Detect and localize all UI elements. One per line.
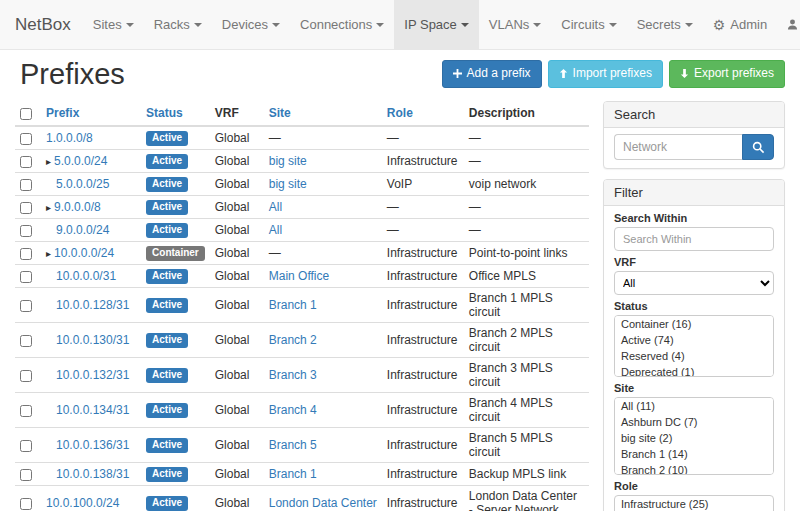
row-checkbox[interactable]	[20, 469, 32, 481]
prefix-row: 1.0.0.0/8ActiveGlobal———	[15, 126, 589, 150]
sort-link-role[interactable]: Role	[387, 106, 413, 120]
site-link[interactable]: Branch 5	[269, 438, 317, 452]
prefix-link[interactable]: 10.0.100.0/24	[46, 496, 119, 510]
export-prefixes-button[interactable]: Export prefixes	[669, 60, 785, 88]
filter-option[interactable]: Container (16)	[615, 316, 773, 332]
app-brand[interactable]: NetBox	[15, 0, 71, 49]
site-filter-list[interactable]: All (11)Ashburn DC (7)big site (2)Branch…	[614, 397, 774, 475]
site-cell: Main Office	[264, 265, 382, 288]
nav-item-devices[interactable]: Devices	[212, 0, 290, 49]
import-prefixes-button[interactable]: Import prefixes	[548, 60, 663, 88]
prefix-link[interactable]: 10.0.0.0/31	[56, 269, 116, 283]
filter-option[interactable]: Branch 1 (14)	[615, 446, 773, 462]
sort-link-prefix[interactable]: Prefix	[46, 106, 79, 120]
nav-item-secrets[interactable]: Secrets	[627, 0, 703, 49]
vrf-cell: Global	[210, 288, 264, 323]
vrf-cell: Global	[210, 323, 264, 358]
expand-children-icon[interactable]: ▸	[46, 202, 51, 213]
role-cell: —	[382, 196, 464, 219]
search-button[interactable]	[742, 134, 774, 160]
row-checkbox[interactable]	[20, 405, 32, 417]
row-checkbox[interactable]	[20, 156, 32, 168]
sidebar: Search Filter Search Within VRF	[603, 101, 785, 511]
sort-link-status[interactable]: Status	[146, 106, 183, 120]
chevron-down-icon	[685, 23, 693, 27]
role-cell: Infrastructure	[382, 486, 464, 511]
site-link[interactable]: big site	[269, 154, 307, 168]
site-cell: All	[264, 219, 382, 242]
site-link[interactable]: Branch 4	[269, 403, 317, 417]
sort-link-site[interactable]: Site	[269, 106, 291, 120]
search-within-input[interactable]	[614, 227, 774, 251]
nav-item-sites[interactable]: Sites	[83, 0, 144, 49]
prefix-link[interactable]: 10.0.0.134/31	[56, 403, 129, 417]
status-badge: Active	[146, 496, 188, 511]
prefix-link[interactable]: 10.0.0.130/31	[56, 333, 129, 347]
row-checkbox[interactable]	[20, 202, 32, 214]
row-checkbox[interactable]	[20, 440, 32, 452]
prefix-link[interactable]: 9.0.0.0/8	[54, 200, 101, 214]
prefix-link[interactable]: 10.0.0.0/24	[54, 246, 114, 260]
nav-item-vlans[interactable]: VLANs	[479, 0, 551, 49]
nav-item-racks[interactable]: Racks	[144, 0, 212, 49]
row-checkbox[interactable]	[20, 179, 32, 191]
expand-children-icon[interactable]: ▸	[46, 248, 51, 259]
filter-option[interactable]: Ashburn DC (7)	[615, 414, 773, 430]
nav-item-admin[interactable]: ⚙ Admin	[703, 0, 777, 49]
site-link[interactable]: London Data Center	[269, 496, 377, 510]
filter-option[interactable]: All (11)	[615, 398, 773, 414]
site-link[interactable]: Main Office	[269, 269, 329, 283]
prefix-link[interactable]: 5.0.0.0/24	[54, 154, 107, 168]
prefix-link[interactable]: 1.0.0.0/8	[46, 131, 93, 145]
filter-option[interactable]: Branch 2 (10)	[615, 462, 773, 475]
prefix-link[interactable]: 10.0.0.132/31	[56, 368, 129, 382]
add-prefix-button[interactable]: Add a prefix	[442, 60, 542, 88]
filter-option[interactable]: Active (74)	[615, 332, 773, 348]
site-link[interactable]: Branch 1	[269, 298, 317, 312]
site-link[interactable]: Branch 3	[269, 368, 317, 382]
site-link[interactable]: Branch 2	[269, 333, 317, 347]
search-input[interactable]	[614, 134, 742, 160]
site-link[interactable]: Branch 1	[269, 467, 317, 481]
row-checkbox[interactable]	[20, 335, 32, 347]
expand-children-icon[interactable]: ▸	[46, 156, 51, 167]
select-all-checkbox[interactable]	[20, 108, 32, 120]
filter-option[interactable]: Reserved (4)	[615, 348, 773, 364]
prefix-link[interactable]: 9.0.0.0/24	[56, 223, 109, 237]
vrf-select[interactable]: All	[614, 271, 774, 295]
chevron-down-icon	[272, 23, 280, 27]
nav-item-connections[interactable]: Connections	[290, 0, 394, 49]
site-link[interactable]: All	[269, 223, 282, 237]
row-checkbox[interactable]	[20, 300, 32, 312]
role-filter-list[interactable]: Infrastructure (25)Management (8)Private…	[614, 495, 774, 511]
role-cell: Infrastructure	[382, 358, 464, 393]
row-checkbox[interactable]	[20, 225, 32, 237]
gear-icon: ⚙	[713, 18, 726, 32]
row-checkbox[interactable]	[20, 248, 32, 260]
status-filter-list[interactable]: Container (16)Active (74)Reserved (4)Dep…	[614, 315, 774, 377]
prefix-link[interactable]: 10.0.0.136/31	[56, 438, 129, 452]
row-checkbox[interactable]	[20, 271, 32, 283]
description-cell: Backup MPLS link	[464, 463, 589, 486]
row-checkbox[interactable]	[20, 370, 32, 382]
prefix-link[interactable]: 10.0.0.128/31	[56, 298, 129, 312]
row-checkbox[interactable]	[20, 133, 32, 145]
nav-item-ip-space[interactable]: IP Space	[394, 0, 479, 49]
nav-item-circuits[interactable]: Circuits	[551, 0, 626, 49]
nav-item-profile[interactable]: Profile	[777, 0, 800, 49]
prefix-row: 9.0.0.0/24ActiveGlobalAll——	[15, 219, 589, 242]
status-cell: Container	[141, 242, 210, 265]
filter-option[interactable]: big site (2)	[615, 430, 773, 446]
select-all-cell	[15, 101, 41, 126]
prefix-cell: 10.0.0.134/31	[41, 393, 141, 428]
row-checkbox[interactable]	[20, 498, 32, 510]
prefix-link[interactable]: 5.0.0.0/25	[56, 177, 109, 191]
site-link[interactable]: big site	[269, 177, 307, 191]
admin-label: Admin	[730, 17, 767, 32]
filter-option[interactable]: Infrastructure (25)	[615, 496, 773, 511]
prefix-link[interactable]: 10.0.0.138/31	[56, 467, 129, 481]
filter-option[interactable]: Deprecated (1)	[615, 364, 773, 377]
status-badge: Active	[146, 438, 188, 453]
prefix-row: ▸10.0.0.0/24ContainerGlobal—Infrastructu…	[15, 242, 589, 265]
site-link[interactable]: All	[269, 200, 282, 214]
